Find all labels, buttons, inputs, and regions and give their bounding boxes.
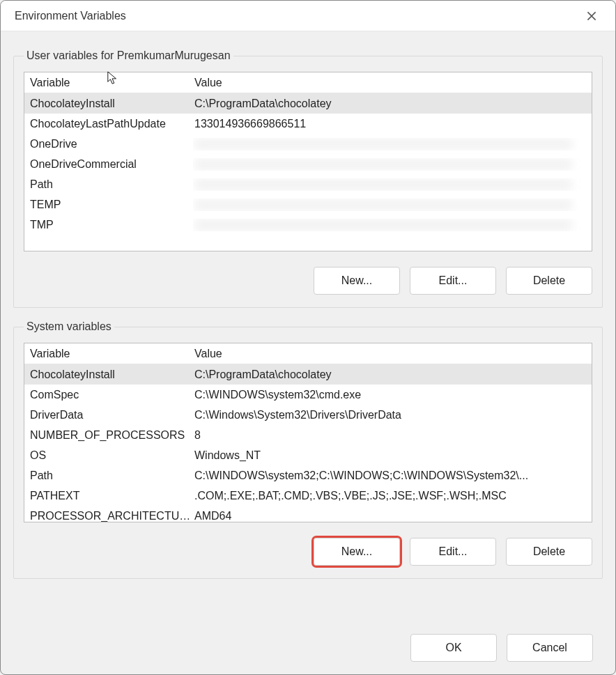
- cell-value: C:\ProgramData\chocolatey: [193, 98, 592, 110]
- cell-value: .COM;.EXE;.BAT;.CMD;.VBS;.VBE;.JS;.JSE;.…: [193, 490, 592, 502]
- header-value[interactable]: Value: [193, 77, 592, 89]
- cell-value: [193, 219, 592, 231]
- cell-variable: ChocolateyInstall: [29, 98, 193, 110]
- cell-value: Windows_NT: [193, 449, 592, 462]
- table-row[interactable]: DriverDataC:\Windows\System32\Drivers\Dr…: [24, 405, 592, 425]
- cell-value: AMD64: [193, 510, 592, 522]
- cell-value: C:\Windows\System32\Drivers\DriverData: [193, 409, 592, 421]
- user-new-button[interactable]: New...: [314, 267, 400, 295]
- table-row[interactable]: OneDriveCommercial: [24, 154, 592, 174]
- table-row[interactable]: NUMBER_OF_PROCESSORS8: [24, 425, 592, 445]
- titlebar: Environment Variables: [1, 1, 615, 31]
- cell-value: 8: [193, 429, 592, 442]
- table-row[interactable]: OSWindows_NT: [24, 445, 592, 465]
- cell-variable: OS: [29, 449, 193, 462]
- cell-value: 133014936669866511: [193, 118, 592, 130]
- cell-variable: ChocolateyInstall: [29, 368, 193, 381]
- system-delete-button[interactable]: Delete: [506, 538, 592, 566]
- close-button[interactable]: [578, 5, 606, 27]
- user-rows: ChocolateyInstallC:\ProgramData\chocolat…: [24, 93, 592, 235]
- list-headers: Variable Value: [24, 72, 592, 93]
- table-row[interactable]: PathC:\WINDOWS\system32;C:\WINDOWS;C:\WI…: [24, 465, 592, 486]
- table-row[interactable]: OneDrive: [24, 134, 592, 154]
- user-variables-list[interactable]: Variable Value ChocolateyInstallC:\Progr…: [24, 72, 592, 251]
- ok-button[interactable]: OK: [410, 634, 497, 662]
- cell-variable: PROCESSOR_ARCHITECTURE: [29, 510, 193, 522]
- cell-variable: Path: [29, 178, 193, 191]
- cell-value: C:\WINDOWS\system32\cmd.exe: [193, 389, 592, 401]
- cancel-button[interactable]: Cancel: [507, 634, 593, 662]
- table-row[interactable]: Path: [24, 174, 592, 194]
- system-variables-group: System variables Variable Value Chocolat…: [13, 320, 603, 579]
- cell-variable: PATHEXT: [29, 490, 193, 502]
- table-row[interactable]: ChocolateyInstallC:\ProgramData\chocolat…: [24, 364, 592, 385]
- table-row[interactable]: TEMP: [24, 194, 592, 215]
- cell-variable: NUMBER_OF_PROCESSORS: [29, 429, 193, 442]
- cell-value: [193, 178, 592, 191]
- cell-variable: OneDriveCommercial: [29, 158, 193, 171]
- header-variable[interactable]: Variable: [29, 348, 193, 360]
- header-value[interactable]: Value: [193, 348, 592, 360]
- system-variables-legend: System variables: [24, 320, 114, 333]
- cell-value: [193, 138, 592, 150]
- system-new-button[interactable]: New...: [314, 538, 400, 566]
- table-row[interactable]: ChocolateyInstallC:\ProgramData\chocolat…: [24, 93, 592, 114]
- table-row[interactable]: PROCESSOR_ARCHITECTUREAMD64: [24, 506, 592, 522]
- close-icon: [587, 11, 596, 21]
- cell-variable: ComSpec: [29, 389, 193, 401]
- table-row[interactable]: TMP: [24, 215, 592, 235]
- window-title: Environment Variables: [15, 10, 126, 22]
- cell-variable: ChocolateyLastPathUpdate: [29, 118, 193, 130]
- dialog-content: User variables for PremkumarMurugesan Va…: [1, 31, 615, 614]
- user-variables-legend: User variables for PremkumarMurugesan: [24, 49, 233, 62]
- cell-variable: OneDrive: [29, 138, 193, 150]
- cell-value: [193, 199, 592, 211]
- cell-variable: DriverData: [29, 409, 193, 421]
- cell-variable: TMP: [29, 219, 193, 231]
- user-buttons-row: New... Edit... Delete: [24, 267, 592, 295]
- table-row[interactable]: PATHEXT.COM;.EXE;.BAT;.CMD;.VBS;.VBE;.JS…: [24, 486, 592, 506]
- system-buttons-row: New... Edit... Delete: [24, 538, 592, 566]
- cell-variable: TEMP: [29, 199, 193, 211]
- cell-value: C:\WINDOWS\system32;C:\WINDOWS;C:\WINDOW…: [193, 470, 592, 482]
- cell-value: C:\ProgramData\chocolatey: [193, 368, 592, 381]
- system-rows: ChocolateyInstallC:\ProgramData\chocolat…: [24, 364, 592, 522]
- header-variable[interactable]: Variable: [29, 77, 193, 89]
- system-variables-list[interactable]: Variable Value ChocolateyInstallC:\Progr…: [24, 343, 592, 522]
- dialog-footer: OK Cancel: [1, 614, 615, 674]
- environment-variables-dialog: Environment Variables User variables for…: [0, 0, 616, 675]
- user-variables-group: User variables for PremkumarMurugesan Va…: [13, 49, 603, 308]
- table-row[interactable]: ChocolateyLastPathUpdate1330149366698665…: [24, 114, 592, 134]
- user-delete-button[interactable]: Delete: [506, 267, 592, 295]
- cell-variable: Path: [29, 470, 193, 482]
- user-edit-button[interactable]: Edit...: [410, 267, 496, 295]
- table-row[interactable]: ComSpecC:\WINDOWS\system32\cmd.exe: [24, 385, 592, 405]
- system-edit-button[interactable]: Edit...: [410, 538, 496, 566]
- cell-value: [193, 158, 592, 171]
- list-headers: Variable Value: [24, 343, 592, 364]
